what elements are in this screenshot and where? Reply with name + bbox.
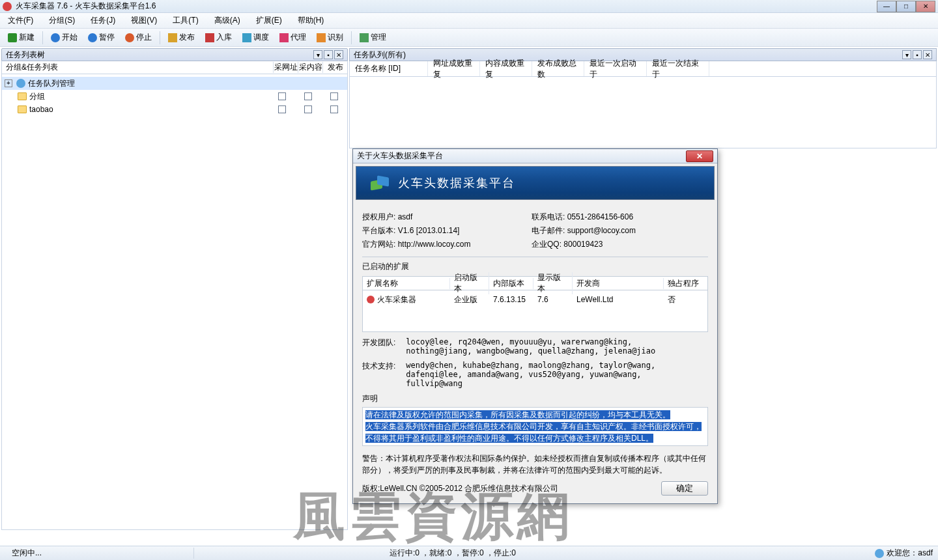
legal-line2: 火车采集器系列软件由合肥乐维信息技术有限公司开发，享有自主知识产权。非经书面授权… [365, 422, 702, 443]
site-label: 官方网站: [362, 239, 395, 250]
new-button[interactable]: 新建 [4, 31, 38, 44]
pane-pin-icon[interactable]: ▪ [913, 50, 922, 59]
site-value[interactable]: http://www.locoy.com [398, 240, 471, 249]
col-content[interactable]: 采内容 [298, 62, 322, 73]
email-label: 电子邮件: [532, 225, 565, 236]
status-bar: 空闲中... 运行中:0 ，就绪:0 ，暂停:0 ，停止:0 欢迎您：asdf [0, 546, 938, 560]
checkbox-url[interactable] [278, 105, 286, 113]
tree-root-label: 任务队列管理 [28, 78, 75, 89]
dialog-close-button[interactable]: ✕ [686, 150, 713, 162]
menu-group[interactable]: 分组(S) [45, 14, 79, 27]
window-title: 火车采集器 7.6 - 火车头数据采集平台1.6 [16, 1, 156, 12]
tree-item-group[interactable]: 分组 [2, 90, 347, 103]
ext-table-body: 火车采集器 企业版 7.6.13.15 7.6 LeWell.Ltd 否 [362, 290, 708, 332]
ext-row[interactable]: 火车采集器 企业版 7.6.13.15 7.6 LeWell.Ltd 否 [363, 293, 707, 306]
gear-icon [16, 79, 25, 88]
tree-item-label: taobao [29, 105, 53, 114]
extcol-dev[interactable]: 开发商 [573, 278, 664, 289]
pane-dropdown-icon[interactable]: ▾ [902, 50, 911, 59]
checkbox-publish[interactable] [330, 105, 338, 113]
checkbox-url[interactable] [278, 92, 286, 100]
menu-advanced[interactable]: 高级(A) [210, 14, 244, 27]
queue-body [349, 77, 937, 148]
tree-tab[interactable]: 分组&任务列表 [2, 62, 273, 73]
checkbox-content[interactable] [304, 92, 312, 100]
ver-label: 平台版本: [362, 225, 395, 236]
menu-file[interactable]: 文件(F) [4, 14, 37, 27]
pause-button[interactable]: 暂停 [84, 31, 119, 44]
qcol-name[interactable]: 任务名称 [ID] [350, 61, 428, 76]
extcol-launch[interactable]: 启动版本 [450, 272, 489, 294]
tree-item-label: 分组 [29, 91, 45, 102]
menu-help[interactable]: 帮助(H) [294, 14, 328, 27]
extcol-internal[interactable]: 内部版本 [489, 278, 533, 289]
checkbox-content[interactable] [304, 105, 312, 113]
window-close-button[interactable]: ✕ [916, 1, 935, 12]
proxy-icon [279, 33, 289, 42]
manage-icon [360, 33, 369, 42]
banner-logo-icon [367, 174, 390, 192]
task-tree-header: 任务列表树 ▾▪✕ [1, 48, 348, 61]
col-publish[interactable]: 发布 [322, 62, 347, 73]
pause-icon [88, 33, 97, 42]
warning-text: 警告：本计算机程序受著作权法和国际条约保护。如未经授权而擅自复制或传播本程序（或… [362, 453, 708, 476]
ext-section-label: 已启动的扩展 [362, 261, 708, 272]
legal-line1: 请在法律及版权允许的范围内采集，所有因采集及数据而引起的纠纷，均与本工具无关。 [365, 410, 670, 419]
extcol-display[interactable]: 显示版本 [533, 272, 573, 294]
tree-item-taobao[interactable]: taobao [2, 103, 347, 116]
extcol-excl[interactable]: 独占程序 [664, 278, 707, 289]
menu-extend[interactable]: 扩展(E) [252, 14, 286, 27]
extcol-name[interactable]: 扩展名称 [363, 278, 450, 289]
maximize-button[interactable]: □ [896, 1, 916, 12]
pane-close-icon[interactable]: ✕ [334, 50, 343, 59]
col-url[interactable]: 采网址 [273, 62, 298, 73]
menu-view[interactable]: 视图(V) [127, 14, 161, 27]
publish-icon [168, 33, 177, 42]
qcol-publish[interactable]: 发布成败总数 [532, 61, 584, 76]
phone-label: 联系电话: [532, 212, 565, 223]
tree-root-row[interactable]: + 任务队列管理 [2, 77, 347, 90]
stop-icon [125, 33, 134, 42]
support-value: wendy@chen, kuhabe@zhang, maolong@zhang,… [406, 361, 699, 388]
minimize-button[interactable]: — [877, 1, 896, 12]
task-tree-panel: 任务列表树 ▾▪✕ 分组&任务列表 采网址 采内容 发布 + 任务队列管理 分组… [1, 48, 348, 530]
manage-button[interactable]: 管理 [356, 31, 390, 44]
dialog-title: 关于火车头数据采集平台 [357, 150, 443, 161]
qcol-url[interactable]: 网址成败重复 [428, 61, 480, 76]
user-label: 授权用户: [362, 212, 395, 223]
menu-bar: 文件(F) 分组(S) 任务(J) 视图(V) 工具(T) 高级(A) 扩展(E… [0, 13, 938, 29]
plus-icon [8, 33, 17, 42]
identify-button[interactable]: 识别 [313, 31, 347, 44]
schedule-button[interactable]: 调度 [238, 31, 273, 44]
stop-button[interactable]: 停止 [121, 31, 156, 44]
expand-icon[interactable]: + [5, 79, 12, 87]
ok-button[interactable]: 确定 [661, 481, 708, 496]
dialog-titlebar[interactable]: 关于火车头数据采集平台 ✕ [353, 149, 717, 163]
pane-pin-icon[interactable]: ▪ [324, 50, 333, 59]
user-value: asdf [398, 212, 413, 221]
menu-task[interactable]: 任务(J) [87, 14, 119, 27]
proxy-button[interactable]: 代理 [276, 31, 310, 44]
publish-button[interactable]: 发布 [164, 31, 199, 44]
dev-team-value: locoy@lee, rq204@wen, myouuu@yu, warerwa… [406, 337, 699, 356]
start-button[interactable]: 开始 [47, 31, 81, 44]
ext-app-icon [367, 296, 375, 303]
banner-text: 火车头数据采集平台 [398, 175, 515, 191]
email-value: support@locoy.com [567, 226, 636, 235]
tree-area: + 任务队列管理 分组 taobao [1, 74, 348, 530]
qcol-start[interactable]: 最近一次启动于 [584, 61, 647, 76]
pane-dropdown-icon[interactable]: ▾ [313, 50, 322, 59]
qcol-end[interactable]: 最近一次结束于 [647, 61, 709, 76]
pane-close-icon[interactable]: ✕ [923, 50, 932, 59]
status-idle: 空闲中... [5, 548, 194, 559]
legal-textbox[interactable]: 请在法律及版权允许的范围内采集，所有因采集及数据而引起的纠纷，均与本工具无关。 … [362, 407, 708, 446]
menu-tools[interactable]: 工具(T) [169, 14, 202, 27]
folder-icon [18, 92, 27, 100]
qcol-content[interactable]: 内容成败重复 [480, 61, 532, 76]
phone-value: 0551-2864156-606 [567, 212, 633, 221]
store-button[interactable]: 入库 [201, 31, 236, 44]
qq-label: 企业QQ: [532, 239, 561, 250]
status-welcome: 欢迎您：asdf [887, 548, 933, 559]
checkbox-publish[interactable] [330, 92, 338, 100]
user-icon [875, 549, 884, 558]
